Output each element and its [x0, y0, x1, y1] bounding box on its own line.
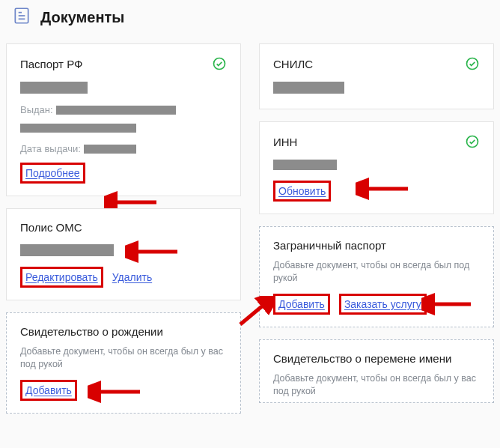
issue-date-label: Дата выдачи: — [20, 143, 81, 154]
card-hint: Добавьте документ, чтобы он всегда был п… — [273, 259, 480, 285]
svg-point-4 — [214, 58, 225, 70]
refresh-link[interactable]: Обновить — [278, 185, 326, 197]
checkmark-circle-icon — [212, 56, 227, 71]
card-title: СНИЛС — [273, 58, 313, 70]
svg-point-8 — [467, 58, 478, 70]
card-polis-oms: Полис ОМС Редактировать Удалить — [6, 208, 241, 300]
redacted-value — [20, 82, 88, 94]
card-title: Заграничный паспорт — [273, 239, 386, 252]
highlight-annotation: Добавить — [273, 294, 330, 315]
checkmark-circle-icon — [465, 134, 480, 149]
svg-point-9 — [467, 136, 478, 148]
redacted-value — [84, 145, 136, 154]
redacted-value — [20, 124, 136, 133]
add-link[interactable]: Добавить — [25, 384, 72, 396]
card-inn: ИНН Обновить — [259, 121, 494, 214]
redacted-value — [20, 244, 114, 256]
redacted-value — [56, 106, 176, 115]
documents-icon — [12, 6, 31, 28]
card-title: Полис ОМС — [20, 221, 82, 234]
redacted-value — [273, 82, 344, 94]
arrow-annotation — [237, 296, 275, 329]
card-hint: Добавьте документ, чтобы он всегда был у… — [273, 372, 480, 398]
redacted-value — [273, 160, 337, 170]
add-link[interactable]: Добавить — [278, 298, 325, 310]
card-title: ИНН — [273, 136, 297, 148]
card-name-change-certificate: Свидетельство о перемене имени Добавьте … — [259, 339, 494, 403]
card-passport-rf: Паспорт РФ Выдан: Дата выдачи: — [6, 43, 241, 196]
edit-link[interactable]: Редактировать — [25, 271, 98, 283]
delete-link[interactable]: Удалить — [112, 271, 152, 283]
highlight-annotation: Заказать услугу — [339, 294, 427, 315]
card-hint: Добавьте документ, чтобы он всегда был у… — [20, 345, 227, 371]
order-service-link[interactable]: Заказать услугу — [344, 298, 421, 310]
highlight-annotation: Редактировать — [20, 267, 103, 288]
card-snils: СНИЛС — [259, 43, 494, 109]
card-title: Паспорт РФ — [20, 58, 82, 70]
card-foreign-passport: Заграничный паспорт Добавьте документ, ч… — [259, 226, 494, 327]
page-title: Документы — [40, 9, 124, 26]
highlight-annotation: Обновить — [273, 181, 331, 202]
card-birth-certificate: Свидетельство о рождении Добавьте докуме… — [6, 312, 241, 414]
card-title: Свидетельство о перемене имени — [273, 352, 451, 365]
highlight-annotation: Добавить — [20, 380, 77, 401]
svg-line-12 — [240, 302, 267, 324]
more-link[interactable]: Подробнее — [25, 167, 80, 179]
issued-label: Выдан: — [20, 104, 53, 115]
card-title: Свидетельство о рождении — [20, 325, 163, 338]
checkmark-circle-icon — [465, 56, 480, 71]
highlight-annotation: Подробнее — [20, 163, 85, 184]
